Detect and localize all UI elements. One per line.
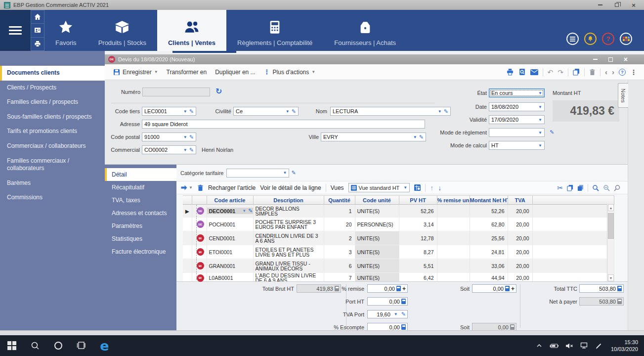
mode-calcul-field[interactable]: HT▼ <box>489 141 545 150</box>
devis-minimize-icon[interactable] <box>593 56 598 62</box>
print-icon[interactable] <box>506 68 514 76</box>
detail-tab-facture-electronique[interactable]: Facture électronique <box>105 245 176 258</box>
app-close-icon[interactable]: × <box>630 2 637 8</box>
more-options-icon[interactable]: ⋮ <box>630 69 637 76</box>
edit-pencil-icon[interactable]: ✎ <box>189 147 194 153</box>
code-postal-field[interactable]: 91000▼✎ <box>142 133 196 141</box>
code-tiers-field[interactable]: LEC0001▼✎ <box>142 107 196 116</box>
grid-scrollbar[interactable]: ▲ ▼ <box>607 204 614 281</box>
soit-remise-field[interactable]: 0,00+ <box>472 284 516 293</box>
sidebar-item-clients-prospects[interactable]: Clients / Prospects <box>0 81 105 95</box>
insert-line-button[interactable]: ▼ <box>180 184 193 191</box>
transformer-en-button[interactable]: Transformer en <box>164 67 210 77</box>
start-button[interactable] <box>0 335 23 356</box>
date-field[interactable]: 18/08/2020▼ <box>489 102 545 111</box>
help-icon[interactable]: ? <box>619 69 626 76</box>
plus-actions-button[interactable]: ⋮ Plus d'actions▼ <box>261 67 318 77</box>
edit-pencil-icon[interactable]: ✎ <box>401 311 406 317</box>
col-tva[interactable]: TVA <box>508 196 532 205</box>
detail-tab-recapitulatif[interactable]: Récapitulatif <box>105 181 176 194</box>
commercial-field[interactable]: CO00002▼✎ <box>142 145 196 154</box>
delete-line-icon[interactable] <box>197 184 204 191</box>
print-button[interactable] <box>31 37 44 51</box>
calculator-icon[interactable] <box>396 286 401 291</box>
edit-view-icon[interactable] <box>414 184 421 191</box>
total-ttc-field[interactable]: 503,80 <box>579 284 624 293</box>
detail-tab-parametres[interactable]: Paramètres <box>105 220 176 232</box>
sidebar-item-familles-commerciaux[interactable]: Familles commerciaux / collaborateurs <box>0 154 84 176</box>
battery-icon[interactable] <box>549 343 559 349</box>
scroll-down-icon[interactable]: ▼ <box>608 274 614 281</box>
sidebar-item-commissions[interactable]: Commissions <box>0 190 105 205</box>
calculator-icon[interactable] <box>401 324 406 330</box>
pen-icon[interactable] <box>595 342 602 350</box>
table-row[interactable]: SE POCH0001 POCHETTE SURPRISE 3 EUROS PA… <box>183 218 614 231</box>
undo-icon[interactable]: ↶ <box>548 69 554 76</box>
scroll-thumb[interactable] <box>608 213 614 239</box>
detail-tab-tva-taxes[interactable]: TVA, taxes <box>105 194 176 207</box>
move-line-up-icon[interactable]: ↑ <box>430 184 433 192</box>
dupliquer-en-button[interactable]: Dupliquer en ... <box>213 67 258 77</box>
volume-muted-icon[interactable] <box>565 343 574 349</box>
sidebar-item-sous-familles-clients[interactable]: Sous-familles clients / prospects <box>0 110 105 125</box>
redo-icon[interactable]: ↷ <box>558 69 563 76</box>
calculator-icon[interactable] <box>505 286 510 291</box>
calculator-icon[interactable] <box>401 299 406 304</box>
search-icon[interactable] <box>592 184 599 191</box>
copy-icon[interactable] <box>567 184 573 191</box>
col-code-unite[interactable]: Code unité <box>355 196 399 205</box>
next-record-icon[interactable]: › <box>612 68 614 76</box>
edit-pencil-icon[interactable]: ✎ <box>550 129 554 135</box>
detail-tab-adresses-contacts[interactable]: Adresses et contacts <box>105 207 176 220</box>
table-row[interactable]: BI GRAN0001 GRAND LIVRE TISSU - ANIMAUX … <box>183 259 614 273</box>
clear-search-icon[interactable] <box>603 184 610 191</box>
edit-pencil-icon[interactable]: ✎ <box>189 108 194 115</box>
sidebar-item-baremes[interactable]: Barèmes <box>0 176 105 191</box>
detail-tab-detail[interactable]: Détail <box>105 168 176 181</box>
hamburger-menu-button[interactable] <box>0 10 31 51</box>
tab-fournisseurs-achats[interactable]: Fournisseurs | Achats <box>323 10 407 51</box>
help-button[interactable]: ? <box>602 33 614 45</box>
adresse-field[interactable]: 49 square Diderot <box>142 120 425 129</box>
devis-maximize-icon[interactable] <box>608 56 613 62</box>
search-options-icon[interactable] <box>614 184 621 191</box>
table-row[interactable]: ▶ SE DECO0001▼✎ DECOR BALLONS SIMPLES 1 … <box>183 205 614 218</box>
move-line-down-icon[interactable]: ↓ <box>438 184 441 192</box>
notifications-button[interactable] <box>584 33 597 45</box>
app-restore-icon[interactable] <box>613 2 620 8</box>
edge-button[interactable]: e <box>93 335 116 356</box>
list-menu-button[interactable] <box>566 33 579 45</box>
sidebar-item-documents-clients[interactable]: Documents clients <box>0 66 105 81</box>
validite-field[interactable]: 17/09/2020▼ <box>489 115 545 124</box>
taskbar-search-button[interactable] <box>23 335 46 356</box>
tab-favoris[interactable]: Favoris <box>44 10 87 51</box>
cut-icon[interactable]: ✂ <box>557 184 563 192</box>
devis-close-icon[interactable]: × <box>624 56 628 62</box>
col-quantite[interactable]: Quantité <box>324 196 355 205</box>
col-code-article[interactable]: Code article <box>207 196 253 205</box>
previous-record-icon[interactable]: ‹ <box>605 68 607 76</box>
table-row[interactable]: BI ETOI0001 ETOILES ET PLANETES LIVRE 9 … <box>183 245 614 259</box>
col-montant-net-ht[interactable]: Montant Net HT <box>470 196 508 205</box>
sidebar-item-familles-clients[interactable]: Familles clients / prospects <box>0 95 105 110</box>
taskbar-clock[interactable]: 15:30 10/03/2020 <box>609 339 638 353</box>
home-button[interactable] <box>31 10 44 23</box>
code-article-cell[interactable]: DECO0001▼✎ <box>207 208 253 214</box>
calculator-icon[interactable] <box>617 286 622 291</box>
app-minimize-icon[interactable] <box>597 2 603 8</box>
print-preview-icon[interactable] <box>518 68 526 76</box>
sidebar-item-tarifs-promotions[interactable]: Tarifs et promotions clients <box>0 124 105 139</box>
tab-clients-ventes[interactable]: Clients | Ventes <box>157 10 226 51</box>
etat-field[interactable]: En cours▼ <box>489 89 545 97</box>
delete-icon[interactable] <box>589 69 596 76</box>
edit-pencil-icon[interactable]: ✎ <box>189 134 194 140</box>
plus-icon[interactable]: + <box>402 285 406 292</box>
recharger-article-button[interactable]: Recharger l'article <box>208 184 256 191</box>
task-view-button[interactable] <box>70 335 93 356</box>
table-row[interactable]: BI CEND0001 CENDRILLON LIVRE DE 3 A 6 AN… <box>183 231 614 245</box>
col-pv-ht[interactable]: PV HT <box>399 196 437 205</box>
tab-produits-stocks[interactable]: Produits | Stocks <box>87 10 157 51</box>
devis-titlebar[interactable]: DE Devis du 18/08/2020 (Nouveau) × <box>105 54 644 64</box>
save-button[interactable]: Enregistrer▼ <box>111 67 161 77</box>
col-remise[interactable]: % remise uni... <box>437 196 470 205</box>
